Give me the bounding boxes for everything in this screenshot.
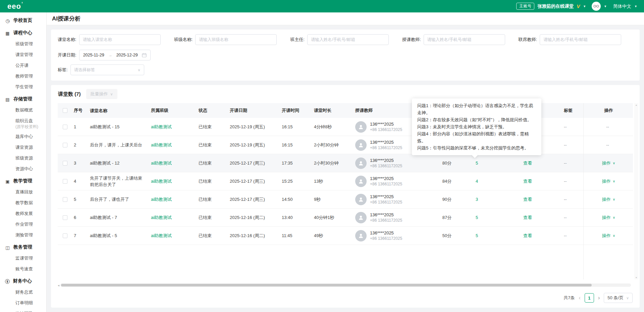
sidebar-entry[interactable]: 教师发展 bbox=[0, 209, 46, 219]
class-name-link[interactable]: ai助教测试 bbox=[150, 142, 197, 148]
language-switcher[interactable]: 简体中文 bbox=[613, 3, 631, 9]
issues-count-link[interactable]: 5 bbox=[476, 215, 478, 220]
row-action-menu[interactable]: 操作 ∨ bbox=[602, 215, 615, 221]
scroll-down-icon[interactable]: ▼ bbox=[635, 276, 638, 279]
row-checkbox[interactable] bbox=[63, 233, 67, 238]
sidebar-entry[interactable]: 财务中心 bbox=[0, 276, 46, 287]
row-action-menu[interactable]: 操作 ∨ bbox=[602, 160, 615, 166]
sidebar-entry[interactable]: 课堂管理 bbox=[0, 50, 46, 60]
class-name-link[interactable]: ai助教测试 bbox=[150, 178, 197, 184]
sidebar-entry[interactable]: 资源中心 bbox=[0, 164, 46, 175]
tag-select[interactable]: 请选择标签 ∨ bbox=[70, 64, 144, 75]
row-action-menu[interactable]: -- bbox=[606, 142, 611, 147]
date-range-picker[interactable]: 2025-11-29 → 2025-12-29 bbox=[79, 50, 151, 60]
vertical-scrollbar[interactable]: ▲ ▼ bbox=[634, 103, 638, 279]
sidebar-entry[interactable]: 组织云盘 (原学校资料) bbox=[0, 116, 46, 132]
issues-count-link[interactable]: 5 bbox=[476, 161, 478, 166]
class-name-link[interactable]: ai助教测试 bbox=[150, 233, 197, 239]
row-index: 1 bbox=[72, 124, 89, 129]
sidebar-entry[interactable]: 教师管理 bbox=[0, 71, 46, 82]
person-icon bbox=[358, 178, 364, 184]
row-action-menu[interactable]: -- bbox=[606, 124, 611, 129]
page-size-select[interactable]: 50 条/页 ∨ bbox=[604, 293, 633, 303]
sidebar-entry[interactable]: 学生管理 bbox=[0, 82, 46, 93]
sidebar-entry[interactable]: 班级管理 bbox=[0, 39, 46, 50]
view-video-link[interactable]: 查看 bbox=[523, 233, 532, 238]
view-video-link[interactable]: 查看 bbox=[523, 161, 532, 166]
scroll-left-icon[interactable]: ◂ bbox=[58, 283, 59, 287]
issues-count-link[interactable]: 5 bbox=[476, 233, 478, 238]
filter-input[interactable] bbox=[540, 34, 621, 45]
view-video-link[interactable]: 查看 bbox=[523, 179, 532, 184]
class-name-link[interactable]: ai助教测试 bbox=[150, 160, 197, 166]
sidebar-entry-sublabel: (原学校资料) bbox=[15, 124, 44, 129]
sidebar-entry[interactable]: 学校首页 bbox=[0, 15, 46, 27]
next-page-button[interactable]: › bbox=[598, 295, 600, 301]
date-end[interactable]: 2025-12-29 bbox=[116, 53, 138, 57]
scrollbar-thumb[interactable] bbox=[61, 284, 592, 286]
sidebar-entry[interactable]: 公开课 bbox=[0, 60, 46, 71]
sidebar-entry[interactable]: 题库中心 bbox=[0, 132, 46, 142]
view-video-link[interactable]: 查看 bbox=[523, 197, 532, 202]
bulk-action-button[interactable]: 批量操作 ∨ bbox=[86, 89, 117, 99]
school-name[interactable]: 张雅茹的在线课堂 bbox=[537, 3, 574, 9]
filter-label: 标签: bbox=[58, 67, 68, 73]
row-checkbox[interactable] bbox=[63, 125, 67, 129]
row-action-menu[interactable]: 操作 ∨ bbox=[602, 233, 615, 239]
filter-input[interactable] bbox=[79, 34, 161, 45]
table-row: 7 ai助教测试 - 5 ai助教测试 已结束 2025-12-16 (周二) … bbox=[58, 227, 633, 245]
sidebar-entry[interactable]: 财务总览 bbox=[0, 287, 46, 298]
sidebar-entry-label: 课堂管理 bbox=[15, 52, 33, 57]
filter-input[interactable] bbox=[307, 34, 389, 45]
avatar[interactable] bbox=[592, 2, 601, 11]
row-checkbox[interactable] bbox=[63, 161, 67, 166]
sidebar-entry[interactable]: 作业管理 bbox=[0, 219, 46, 230]
class-name-link[interactable]: ai助教测试 bbox=[150, 196, 197, 203]
row-action-menu[interactable]: 操作 ∨ bbox=[602, 178, 615, 184]
class-name-link[interactable]: ai助教测试 bbox=[150, 124, 197, 130]
select-all-checkbox[interactable] bbox=[63, 108, 67, 113]
class-name-link[interactable]: ai助教测试 bbox=[150, 215, 197, 221]
date-start[interactable]: 2025-11-29 bbox=[83, 53, 104, 57]
row-action-menu[interactable]: 操作 ∨ bbox=[602, 196, 615, 203]
sidebar-entry[interactable]: 班级资源 bbox=[0, 153, 46, 164]
sidebar-entry[interactable]: 教学管理 bbox=[0, 176, 46, 187]
row-checkbox[interactable] bbox=[63, 179, 67, 184]
duration: 4分钟8秒 bbox=[313, 124, 354, 130]
sidebar-entry[interactable]: 账号速查 bbox=[0, 264, 46, 275]
sidebar-entry[interactable]: 课程中心 bbox=[0, 28, 46, 39]
tag-value: -- bbox=[562, 142, 583, 147]
sidebar-entry[interactable]: 教务管理 bbox=[0, 242, 46, 253]
account-chevron-down-icon[interactable]: ▼ bbox=[583, 5, 586, 8]
issues-count-link[interactable]: 4 bbox=[476, 179, 478, 184]
sidebar-entry[interactable]: 存储管理 bbox=[0, 94, 46, 105]
sidebar-entry-label: 订单明细 bbox=[15, 300, 33, 305]
ai-score: 87分 bbox=[428, 215, 474, 221]
sidebar-entry[interactable]: 订单明细 bbox=[0, 298, 46, 309]
row-checkbox[interactable] bbox=[63, 197, 67, 202]
issues-count-link[interactable]: 3 bbox=[476, 197, 478, 202]
sidebar-entry[interactable]: 统计下载 bbox=[0, 309, 46, 312]
sidebar-entry[interactable]: 教学数据 bbox=[0, 198, 46, 209]
page-number[interactable]: 1 bbox=[585, 293, 594, 303]
table-row: 2 后台开，课开，上课关后台 ai助教测试 已结束 2025-12-19 (周五… bbox=[58, 136, 633, 154]
avatar-chevron-down-icon[interactable]: ▼ bbox=[604, 5, 607, 8]
filter-input[interactable] bbox=[424, 34, 505, 45]
sidebar-entry[interactable]: 直播回放 bbox=[0, 187, 46, 198]
sidebar-entry[interactable]: 监课管理 bbox=[0, 253, 46, 264]
prev-page-button[interactable]: ‹ bbox=[579, 295, 581, 301]
horizontal-scrollbar[interactable]: ◂ bbox=[58, 283, 633, 287]
filter-input[interactable] bbox=[195, 34, 277, 45]
scroll-up-icon[interactable]: ▲ bbox=[635, 104, 638, 106]
chevron-down-icon: ∨ bbox=[613, 197, 615, 201]
language-chevron-down-icon[interactable]: ▼ bbox=[634, 5, 637, 8]
start-date: 2025-12-17 (周三) bbox=[228, 178, 280, 184]
row-checkbox[interactable] bbox=[63, 215, 67, 220]
sidebar-entry-label: 教师发展 bbox=[15, 211, 33, 216]
sidebar-entry[interactable]: 测验管理 bbox=[0, 230, 46, 241]
sidebar-entry[interactable]: 数据概览 bbox=[0, 105, 46, 116]
start-date: 2025-12-19 (周五) bbox=[228, 124, 280, 130]
sidebar-entry[interactable]: 课堂资源 bbox=[0, 142, 46, 153]
view-video-link[interactable]: 查看 bbox=[523, 215, 532, 220]
row-checkbox[interactable] bbox=[63, 143, 67, 147]
